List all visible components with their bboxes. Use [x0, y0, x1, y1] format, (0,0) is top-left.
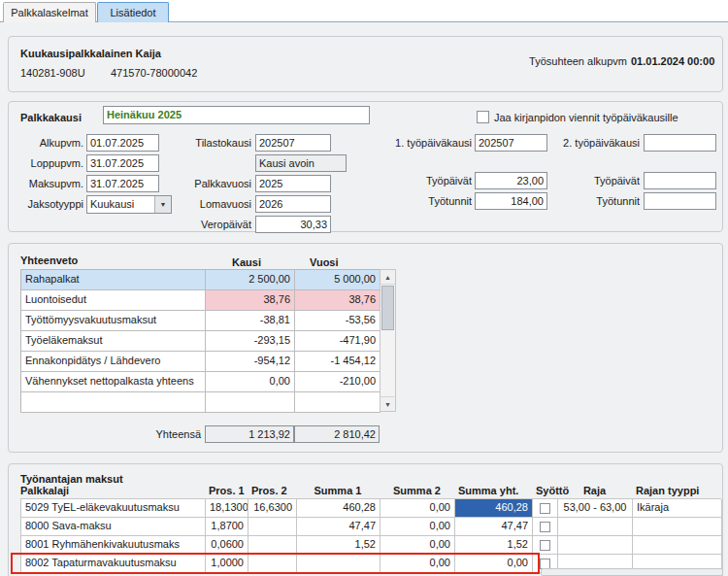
employee-personal-id: 140281-908U [20, 64, 85, 82]
cell-pros1[interactable]: 0,0600 [206, 536, 248, 555]
cell-palkkalaji[interactable]: 8002 Tapaturmavakuutusmaksu [21, 555, 206, 573]
summary-kausi-value: 2 500,00 [206, 270, 295, 290]
total-vuosi-field: 2 810,42 [294, 425, 380, 443]
summary-row-label: Työeläkemaksut [21, 331, 206, 352]
tab-lisatiedot[interactable]: Lisätiedot [97, 2, 169, 22]
table-row[interactable]: 5029 TyEL-eläkevakuutusmaksu 18,1300 16,… [21, 499, 721, 518]
palkkavuosi-input[interactable]: 2025 [255, 175, 331, 192]
cell-summa1[interactable]: 460,28 [297, 499, 381, 518]
cell-syotto [533, 499, 558, 518]
syotto-checkbox[interactable] [540, 503, 550, 514]
cell-raja[interactable] [558, 536, 633, 555]
cell-palkkalaji[interactable]: 8001 Ryhmähenkivakuutusmaks [21, 536, 206, 555]
veropaivat-label: Veropäivät [135, 216, 251, 233]
tilastokausi-input[interactable]: 202507 [255, 134, 331, 152]
cell-pros1[interactable]: 1,0000 [206, 555, 248, 573]
summary-vertical-scrollbar[interactable]: ▲ ▼ [380, 269, 396, 412]
header-summa-yht: Summa yht. [454, 484, 532, 498]
summary-row-label: Luontoisedut [21, 290, 206, 311]
cell-palkkalaji[interactable]: 5029 TyEL-eläkevakuutusmaksu [21, 499, 206, 518]
summary-vuosi-value: -210,00 [295, 372, 381, 392]
scroll-up-icon[interactable]: ▲ [381, 270, 395, 285]
veropaivat-input[interactable]: 30,33 [255, 216, 331, 233]
summary-kausi-value: -293,15 [206, 331, 295, 352]
cell-raja[interactable] [558, 518, 633, 536]
summary-row-label: Vähennykset nettopalkasta yhteens [21, 372, 206, 392]
cell-summa2[interactable]: 0,00 [381, 518, 455, 536]
tyotunnit2-input[interactable] [644, 192, 716, 210]
summary-vuosi-value: -471,90 [295, 331, 381, 352]
maksupvm-label: Maksupvm. [11, 175, 83, 192]
total-kausi-field: 1 213,92 [205, 425, 294, 443]
employment-start-label: Työsuhteen alkupvm [506, 52, 627, 70]
summary-kausi-value: -38,81 [206, 311, 295, 331]
syotto-checkbox[interactable] [540, 559, 550, 569]
cell-summa1[interactable]: 47,47 [297, 518, 381, 536]
header-syotto: Syöttö [532, 484, 557, 498]
cell-pros2[interactable] [248, 536, 297, 555]
lomavuosi-input[interactable]: 2026 [255, 195, 331, 213]
table-row[interactable]: 8001 Ryhmähenkivakuutusmaks 0,0600 1,52 … [21, 536, 721, 555]
table-row[interactable]: 8000 Sava-maksu 1,8700 47,47 0,00 47,47 [21, 518, 721, 536]
cell-summa1[interactable]: 1,52 [297, 536, 381, 555]
scrollbar-thumb[interactable] [381, 286, 394, 330]
scroll-down-icon[interactable]: ▼ [381, 396, 395, 411]
cell-summa-yht-selected[interactable]: 460,28 [455, 499, 533, 518]
header-raja: Raja [557, 484, 632, 498]
cell-raja[interactable]: 53,00 - 63,00 [558, 499, 633, 518]
period-name-input[interactable]: Heinäkuu 2025 [103, 106, 370, 124]
cell-rajan-tyyppi[interactable]: Ikäraja [633, 499, 722, 518]
cell-pros1[interactable]: 1,8700 [206, 518, 248, 536]
tab-label: Palkkalaskelmat [11, 7, 87, 18]
employee-name: Kuukausipalkkalainen Kaija [20, 45, 161, 62]
tyotunnit1-label: Työtunnit [355, 192, 472, 210]
syotto-checkbox[interactable] [540, 522, 550, 532]
employment-start-value: 01.01.2024 00:00 [631, 52, 714, 70]
summary-vuosi-value: 5 000,00 [295, 270, 381, 290]
cell-summa2[interactable]: 0,00 [381, 555, 455, 573]
summary-vuosi-value [295, 392, 381, 413]
cell-pros2[interactable]: 16,6300 [248, 499, 297, 518]
summary-title: Yhteenveto [20, 252, 78, 269]
tab-palkkalaskelmat[interactable]: Palkkalaskelmat [3, 2, 96, 22]
table-row: Työeläkemaksut -293,15 -471,90 [21, 331, 380, 352]
employer-payments-groupbox: Työnantajan maksut Palkkalaji Pros. 1 Pr… [8, 463, 723, 576]
loppupvm-input[interactable]: 31.07.2025 [86, 154, 159, 172]
cell-rajan-tyyppi[interactable] [633, 536, 722, 555]
summary-row-label [21, 392, 206, 413]
header-rajan-tyyppi: Rajan tyyppi [632, 484, 721, 498]
cell-syotto [533, 536, 558, 555]
kausi-status-field: Kausi avoin [255, 154, 347, 172]
summary-row-label: Ennakonpidätys / Lähdevero [21, 352, 206, 372]
header-pros1: Pros. 1 [205, 484, 248, 498]
table-row: Työttömyysvakuutusmaksut -38,81 -53,56 [21, 311, 380, 331]
cell-pros2[interactable] [248, 555, 297, 573]
cell-rajan-tyyppi[interactable] [633, 518, 722, 536]
tyopaivat2-input[interactable] [644, 172, 716, 189]
table-row: Luontoisedut 38,76 38,76 [21, 290, 380, 311]
summary-table: Rahapalkat 2 500,00 5 000,00 Luontoisedu… [20, 269, 380, 413]
split-bookings-label: Jaa kirjanpidon viennit työpäiväkausille [494, 109, 678, 126]
tyopaivat1-label: Työpäivät [355, 172, 472, 189]
cell-summa1[interactable] [297, 555, 381, 573]
table-row: Vähennykset nettopalkasta yhteens 0,00 -… [21, 372, 380, 392]
cell-summa-yht[interactable]: 47,47 [455, 518, 533, 536]
partial-control [541, 568, 723, 576]
jaksotyyppi-label: Jaksotyyppi [11, 195, 83, 213]
table-row: Ennakonpidätys / Lähdevero -954,12 -1 45… [21, 352, 380, 372]
cell-pros2[interactable] [248, 518, 297, 536]
cell-pros1[interactable]: 18,1300 [206, 499, 248, 518]
tyopaivakausi2-label: 2. työpäiväkausi [523, 134, 640, 152]
summary-vuosi-value: -1 454,12 [295, 352, 381, 372]
cell-palkkalaji[interactable]: 8000 Sava-maksu [21, 518, 206, 536]
summary-vuosi-value: 38,76 [295, 290, 381, 311]
cell-summa2[interactable]: 0,00 [381, 499, 455, 518]
cell-summa-yht[interactable]: 0,00 [455, 555, 533, 573]
cell-summa2[interactable]: 0,00 [381, 536, 455, 555]
cell-syotto [533, 518, 558, 536]
split-bookings-checkbox[interactable] [477, 111, 489, 123]
cell-summa-yht[interactable]: 1,52 [455, 536, 533, 555]
tyopaivakausi2-input[interactable] [644, 134, 716, 152]
syotto-checkbox[interactable] [540, 540, 550, 551]
summary-kausi-value: 38,76 [206, 290, 295, 311]
